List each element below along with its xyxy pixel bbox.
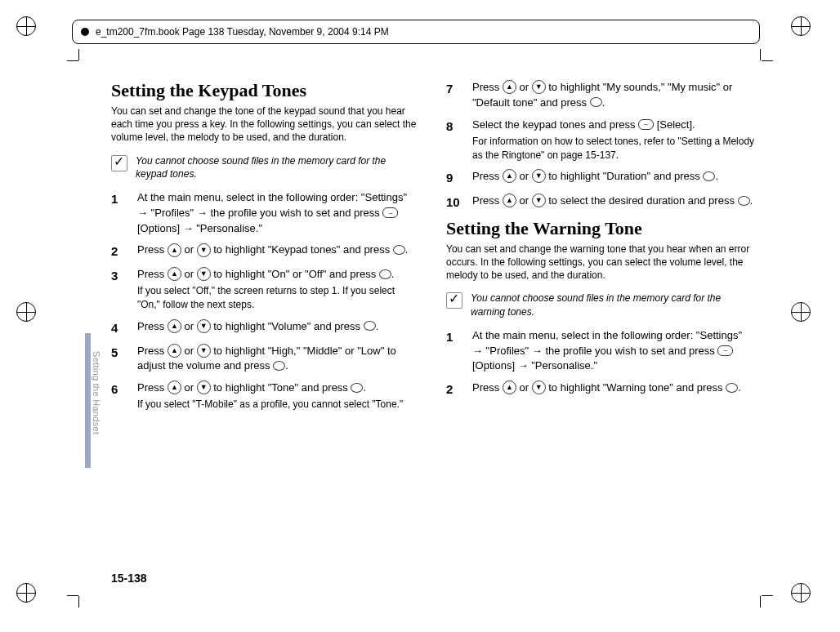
nav-down-icon: ▼: [532, 381, 546, 394]
right-column: 7 Press ▲ or ▼ to highlight "My sounds,"…: [446, 80, 755, 419]
ok-button-icon: [364, 321, 376, 331]
step-item: 1 At the main menu, select in the follow…: [446, 328, 755, 375]
step-text: .: [602, 96, 605, 109]
intro-text: You can set and change the warning tone …: [446, 243, 755, 283]
ok-button-icon: [590, 97, 602, 107]
step-text: Press: [472, 170, 503, 182]
step-number: 1: [111, 190, 129, 237]
step-text: to highlight "On" or "Off" and press: [211, 268, 379, 280]
crop-mark-icon: [16, 583, 49, 616]
step-item: 8 Select the keypad tones and press – [S…: [446, 118, 755, 163]
step-subtext: If you select "T-Mobile" as a profile, y…: [137, 398, 420, 412]
step-item: 2 Press ▲ or ▼ to highlight "Keypad tone…: [111, 243, 420, 260]
step-number: 5: [111, 344, 129, 375]
nav-down-icon: ▼: [532, 169, 546, 183]
step-text: .: [715, 170, 718, 182]
step-text: .: [363, 381, 366, 394]
step-subtext: For information on how to select tones, …: [472, 135, 755, 163]
nav-up-icon: ▲: [168, 381, 181, 394]
step-text: or: [181, 345, 197, 357]
step-number: 2: [446, 381, 464, 398]
step-body: Press ▲ or ▼ to highlight "My sounds," "…: [472, 80, 755, 111]
crop-mark-icon: [791, 302, 824, 335]
step-text: .: [750, 194, 753, 207]
step-number: 1: [446, 328, 464, 375]
step-text: Press: [137, 268, 168, 280]
page-header-frame: e_tm200_7fm.book Page 138 Tuesday, Novem…: [72, 20, 760, 44]
page-content: Setting the Keypad Tones You can set and…: [111, 80, 757, 419]
step-text: or: [181, 268, 197, 280]
crop-tick-icon: [758, 593, 773, 608]
step-item: 7 Press ▲ or ▼ to highlight "My sounds,"…: [446, 80, 755, 111]
ok-button-icon: [351, 383, 363, 393]
step-text: Press: [137, 320, 168, 332]
nav-down-icon: ▼: [197, 267, 211, 281]
step-text: Press: [472, 381, 503, 394]
softkey-icon: –: [638, 119, 654, 130]
step-text: Select the keypad tones and press: [472, 118, 638, 131]
step-text: [Select].: [654, 118, 695, 131]
step-item: 1 At the main menu, select in the follow…: [111, 190, 420, 237]
ok-button-icon: [393, 245, 405, 255]
step-text: Press: [137, 345, 168, 357]
step-text: or: [181, 320, 197, 332]
step-text: .: [285, 359, 288, 372]
step-text: Press: [472, 81, 503, 93]
step-number: 6: [111, 381, 129, 412]
step-body: Press ▲ or ▼ to highlight "Warning tone"…: [472, 381, 755, 398]
nav-up-icon: ▲: [168, 267, 181, 281]
steps-list-left: 1 At the main menu, select in the follow…: [111, 190, 420, 412]
note-text: You cannot choose sound files in the mem…: [136, 154, 420, 180]
crop-tick-icon: [67, 49, 82, 64]
step-body: Press ▲ or ▼ to highlight "High," "Middl…: [137, 344, 420, 375]
step-text: .: [405, 243, 409, 256]
crop-mark-icon: [791, 16, 824, 49]
nav-down-icon: ▼: [532, 194, 546, 207]
step-text: to select the desired duration and press: [546, 194, 738, 207]
step-number: 10: [446, 194, 464, 211]
side-section-label: Setting the Handset: [92, 351, 101, 434]
page-header-text: e_tm200_7fm.book Page 138 Tuesday, Novem…: [96, 26, 389, 38]
step-number: 2: [111, 243, 129, 260]
step-text: to highlight "Tone" and press: [211, 381, 351, 394]
nav-down-icon: ▼: [197, 381, 211, 394]
checkmark-icon: [446, 292, 462, 309]
step-number: 8: [446, 118, 464, 163]
step-text: Press: [137, 243, 168, 256]
step-text: At the main menu, select in the followin…: [472, 329, 742, 357]
step-text: Press: [137, 381, 168, 394]
nav-down-icon: ▼: [197, 243, 211, 257]
step-body: Press ▲ or ▼ to highlight "Tone" and pre…: [137, 381, 420, 412]
nav-up-icon: ▲: [168, 319, 181, 333]
step-body: At the main menu, select in the followin…: [472, 328, 755, 375]
step-text: to highlight "Duration" and press: [546, 170, 704, 182]
step-body: Press ▲ or ▼ to highlight "Duration" and…: [472, 169, 755, 187]
nav-up-icon: ▲: [503, 80, 516, 94]
note-text: You cannot choose sound files in the mem…: [471, 292, 755, 318]
step-text: .: [391, 268, 395, 280]
nav-up-icon: ▲: [168, 243, 181, 257]
steps-list-right-top: 7 Press ▲ or ▼ to highlight "My sounds,"…: [446, 80, 755, 211]
nav-up-icon: ▲: [503, 169, 516, 183]
step-number: 4: [111, 319, 129, 337]
note-row: You cannot choose sound files in the mem…: [111, 154, 420, 180]
step-number: 7: [446, 80, 464, 111]
softkey-icon: –: [382, 207, 398, 218]
step-text: At the main menu, select in the followin…: [137, 191, 407, 219]
crop-mark-icon: [791, 583, 824, 616]
step-body: Press ▲ or ▼ to select the desired durat…: [472, 194, 755, 211]
step-item: 6 Press ▲ or ▼ to highlight "Tone" and p…: [111, 381, 420, 412]
step-text: or: [181, 381, 197, 394]
step-item: 4 Press ▲ or ▼ to highlight "Volume" and…: [111, 319, 420, 337]
step-item: 2 Press ▲ or ▼ to highlight "Warning ton…: [446, 381, 755, 398]
side-accent-bar: [85, 333, 91, 468]
nav-up-icon: ▲: [503, 194, 516, 207]
nav-down-icon: ▼: [532, 80, 546, 94]
nav-up-icon: ▲: [503, 381, 516, 394]
section-heading-warning-tone: Setting the Warning Tone: [446, 218, 755, 239]
step-text: or: [516, 381, 532, 394]
crop-tick-icon: [758, 49, 773, 64]
nav-down-icon: ▼: [197, 344, 211, 358]
step-item: 10 Press ▲ or ▼ to select the desired du…: [446, 194, 755, 211]
section-heading-keypad-tones: Setting the Keypad Tones: [111, 80, 420, 101]
